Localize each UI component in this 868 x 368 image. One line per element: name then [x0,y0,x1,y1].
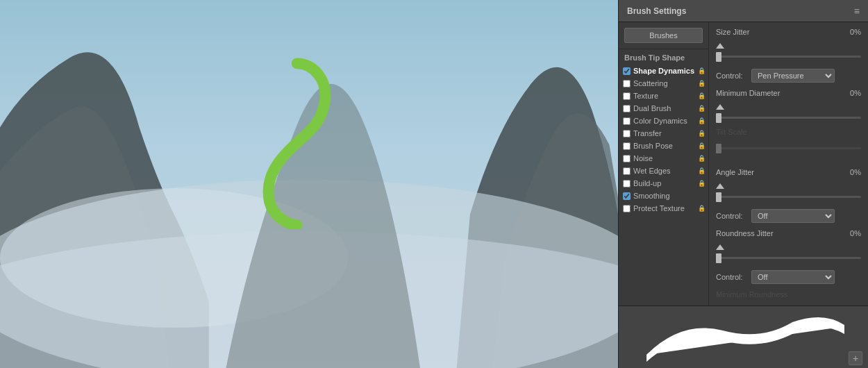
control3-label: Control: [716,273,747,281]
brushes-button[interactable]: Brushes [624,28,703,43]
sidebar-item-wet-edges[interactable]: Wet Edges🔒 [619,165,708,177]
checkbox-smoothing[interactable] [623,192,631,200]
label-transfer: Transfer [633,129,662,137]
sidebar-item-transfer[interactable]: Transfer🔒 [619,127,708,140]
min-roundness-label: Minimum Roundness [716,290,787,299]
label-texture: Texture [633,92,658,100]
label-brush-pose: Brush Pose [633,142,673,150]
min-diameter-slider-container [716,103,861,121]
roundness-jitter-slider-container [716,243,861,261]
sidebar-item-dual-brush[interactable]: Dual Brush🔒 [619,102,708,115]
sidebar-item-protect-texture[interactable]: Protect Texture🔒 [619,202,708,215]
label-dual-brush: Dual Brush [633,104,671,112]
min-diameter-value: 0% [833,89,861,97]
angle-jitter-slider[interactable] [716,196,861,198]
roundness-jitter-thumb[interactable] [716,244,724,250]
panel-title: Brush Settings [627,6,686,16]
min-diameter-slider[interactable] [716,117,861,119]
checkbox-wet-edges[interactable] [623,167,631,175]
checkbox-build-up[interactable] [623,180,631,187]
lock-icon-texture: 🔒 [698,92,706,99]
tilt-scale-slider [716,147,861,149]
lock-icon-shape-dynamics: 🔒 [698,67,706,74]
control1-select[interactable]: Pen Pressure Off Fade Pen Tilt Stylus Wh… [751,69,835,83]
checkbox-transfer[interactable] [623,130,631,137]
min-diameter-label: Minimum Diameter [716,89,780,97]
sidebar-item-texture[interactable]: Texture🔒 [619,90,708,102]
control3-row: Control: Off Fade Pen Pressure Pen Tilt [716,270,861,284]
checkbox-brush-pose[interactable] [623,142,631,150]
label-noise: Noise [633,154,653,162]
control2-select[interactable]: Off Fade Pen Pressure Pen Tilt Direction… [751,209,835,223]
lock-icon-scattering: 🔒 [698,80,706,87]
checkbox-dual-brush[interactable] [623,105,631,112]
lock-icon-wet-edges: 🔒 [698,167,706,174]
brush-preview: + [619,306,868,368]
sidebar-item-color-dynamics[interactable]: Color Dynamics🔒 [619,115,708,127]
control2-label: Control: [716,212,747,220]
checkbox-noise[interactable] [623,155,631,162]
panel-header: Brush Settings ≡ [619,0,868,22]
checkbox-protect-texture[interactable] [623,205,631,212]
roundness-jitter-value: 0% [833,229,861,237]
label-color-dynamics: Color Dynamics [633,117,687,125]
label-smoothing: Smoothing [633,192,670,200]
sidebar-item-build-up[interactable]: Build-up🔒 [619,177,708,190]
size-jitter-slider-container [716,42,861,60]
sidebar-item-scattering[interactable]: Scattering🔒 [619,77,708,90]
panel-sidebar: Brushes Brush Tip Shape Shape Dynamics🔒S… [619,22,709,306]
tilt-scale-row: Tilt Scale [716,128,861,136]
tilt-scale-slider-container [716,142,861,151]
brush-tip-shape-label: Brush Tip Shape [619,49,708,65]
lock-icon-noise: 🔒 [698,155,706,162]
panel-body: Brushes Brush Tip Shape Shape Dynamics🔒S… [619,22,868,306]
angle-jitter-label: Angle Jitter [716,168,754,176]
roundness-jitter-row: Roundness Jitter 0% [716,229,861,237]
lock-icon-build-up: 🔒 [698,180,706,187]
size-jitter-value: 0% [833,28,861,36]
size-jitter-thumb[interactable] [716,43,724,49]
min-diameter-thumb[interactable] [716,104,724,110]
sidebar-item-brush-pose[interactable]: Brush Pose🔒 [619,140,708,152]
control3-select[interactable]: Off Fade Pen Pressure Pen Tilt [751,270,835,284]
size-jitter-row: Size Jitter 0% [716,28,861,36]
angle-jitter-value: 0% [833,168,861,176]
min-diameter-row: Minimum Diameter 0% [716,89,861,97]
checkbox-scattering[interactable] [623,80,631,87]
canvas-area[interactable] [0,0,618,368]
lock-icon-dual-brush: 🔒 [698,105,706,112]
lock-icon-brush-pose: 🔒 [698,142,706,149]
sidebar-item-smoothing[interactable]: Smoothing [619,190,708,202]
checkbox-shape-dynamics[interactable] [623,67,631,75]
sidebar-item-noise[interactable]: Noise🔒 [619,152,708,165]
panel-menu-icon[interactable]: ≡ [854,6,860,17]
min-roundness-row: Minimum Roundness [716,290,861,299]
lock-icon-color-dynamics: 🔒 [698,117,706,124]
lock-icon-protect-texture: 🔒 [698,205,706,212]
roundness-jitter-label: Roundness Jitter [716,229,774,237]
roundness-jitter-slider[interactable] [716,257,861,259]
label-shape-dynamics: Shape Dynamics [633,67,694,75]
tilt-scale-label: Tilt Scale [716,128,747,136]
checkbox-color-dynamics[interactable] [623,117,631,125]
label-build-up: Build-up [633,179,661,187]
size-jitter-label: Size Jitter [716,28,749,36]
lock-icon-transfer: 🔒 [698,130,706,137]
angle-jitter-row: Angle Jitter 0% [716,168,861,176]
brush-settings-panel: Brush Settings ≡ Brushes Brush Tip Shape… [618,0,868,368]
control1-row: Control: Pen Pressure Off Fade Pen Tilt … [716,69,861,83]
add-button[interactable]: + [849,351,862,365]
panel-content: Size Jitter 0% Control: Pen Pressure Off… [709,22,868,306]
angle-jitter-slider-container [716,182,861,200]
brush-preview-svg [640,310,848,365]
angle-jitter-thumb[interactable] [716,183,724,189]
control1-label: Control: [716,72,747,80]
label-wet-edges: Wet Edges [633,167,671,175]
label-protect-texture: Protect Texture [633,204,685,212]
brushes-button-container: Brushes [619,22,708,49]
control2-row: Control: Off Fade Pen Pressure Pen Tilt … [716,209,861,223]
sidebar-item-shape-dynamics[interactable]: Shape Dynamics🔒 [619,65,708,77]
label-scattering: Scattering [633,79,668,87]
checkbox-texture[interactable] [623,92,631,100]
size-jitter-slider[interactable] [716,56,861,58]
